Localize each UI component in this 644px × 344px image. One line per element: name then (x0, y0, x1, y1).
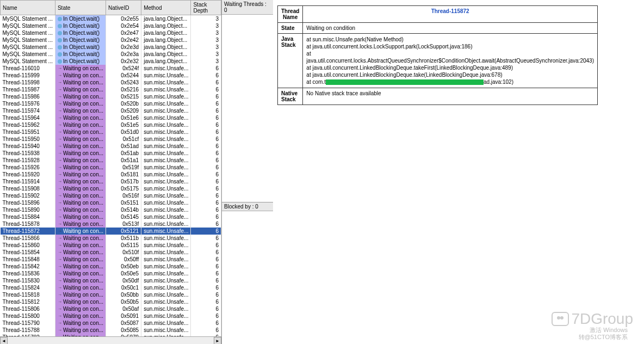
detail-java-stack-value: at sun.misc.Unsafe.park(Native Method)at… (303, 34, 598, 88)
condition-icon: → (58, 220, 62, 228)
scroll-right-button[interactable]: ► (214, 337, 221, 344)
table-row[interactable]: Thread-115848→Waiting on con...0x50ffsun… (1, 256, 221, 263)
horizontal-scrollbar[interactable]: ◄ ► (0, 336, 221, 344)
table-row[interactable]: Thread-115987→Waiting on con...0x5216sun… (1, 86, 221, 93)
cell-depth: 6 (191, 312, 221, 320)
table-row[interactable]: Thread-115964→Waiting on con...0x51e6sun… (1, 114, 221, 121)
cell-state: →Waiting on con... (55, 298, 106, 305)
wechat-icon (552, 312, 569, 326)
wait-icon (58, 24, 62, 28)
cell-name: MySQL Statement ... (1, 44, 55, 51)
table-row[interactable]: MySQL Statement ...In Object.wait()0x2e3… (1, 58, 221, 65)
condition-icon: → (58, 263, 62, 270)
table-row[interactable]: Thread-115818→Waiting on con...0x50bbsun… (1, 291, 221, 298)
table-row[interactable]: Thread-115878→Waiting on con...0x513fsun… (1, 220, 221, 228)
table-row[interactable]: Thread-115872→Waiting on con...0x5121sun… (1, 228, 221, 235)
cell-depth: 3 (191, 29, 221, 36)
col-header-name[interactable]: Name (1, 1, 55, 15)
table-row[interactable]: Thread-115830→Waiting on con...0x50dfsun… (1, 277, 221, 284)
table-row[interactable]: MySQL Statement ...In Object.wait()0x2e3… (1, 44, 221, 51)
cell-name: Thread-115974 (1, 107, 55, 114)
col-header-state[interactable]: State (55, 1, 106, 15)
cell-nativeid: 0x2e32 (106, 58, 141, 65)
cell-nativeid: 0x51ad (106, 143, 141, 150)
col-header-depth[interactable]: Stack Depth (191, 1, 221, 15)
table-row[interactable]: Thread-115800→Waiting on con...0x5091sun… (1, 312, 221, 320)
table-row[interactable]: Thread-115788→Waiting on con...0x5085sun… (1, 327, 221, 334)
thread-table[interactable]: Name State NativeID Method Stack Depth M… (0, 0, 221, 336)
cell-method: sun.misc.Unsafe... (141, 114, 191, 121)
table-row[interactable]: Thread-115976→Waiting on con...0x520bsun… (1, 100, 221, 107)
table-row[interactable]: Thread-115920→Waiting on con...0x5181sun… (1, 171, 221, 178)
cell-name: Thread-115914 (1, 178, 55, 185)
cell-nativeid: 0x519f (106, 164, 141, 171)
table-row[interactable]: Thread-115986→Waiting on con...0x5215sun… (1, 93, 221, 100)
stack-line: at sun.misc.Unsafe.park(Native Method) (306, 36, 594, 43)
cell-state: →Waiting on con... (55, 150, 106, 157)
cell-method: java.lang.Object... (141, 36, 191, 44)
cell-name: Thread-115848 (1, 256, 55, 263)
table-row[interactable]: Thread-115902→Waiting on con...0x516fsun… (1, 192, 221, 199)
cell-nativeid: 0x5216 (106, 86, 141, 93)
cell-nativeid: 0x50ff (106, 256, 141, 263)
table-row[interactable]: Thread-115866→Waiting on con...0x511bsun… (1, 235, 221, 242)
condition-icon: → (58, 178, 62, 185)
table-row[interactable]: MySQL Statement ...In Object.wait()0x2e3… (1, 51, 221, 58)
table-row[interactable]: Thread-115914→Waiting on con...0x517bsun… (1, 178, 221, 185)
cell-name: Thread-115902 (1, 192, 55, 199)
condition-icon: → (58, 150, 62, 157)
table-row[interactable]: Thread-115812→Waiting on con...0x50b5sun… (1, 298, 221, 305)
table-row[interactable]: Thread-115836→Waiting on con...0x50e5sun… (1, 270, 221, 277)
table-row[interactable]: MySQL Statement ...In Object.wait()0x2e5… (1, 22, 221, 29)
table-row[interactable]: Thread-115890→Waiting on con...0x514bsun… (1, 206, 221, 213)
cell-name: Thread-115928 (1, 157, 55, 164)
detail-thread-name-value: Thread-115872 (303, 6, 598, 23)
cell-state: →Waiting on con... (55, 235, 106, 242)
table-row[interactable]: Thread-116010→Waiting on con...0x524fsun… (1, 65, 221, 72)
table-row[interactable]: Thread-115824→Waiting on con...0x50c1sun… (1, 284, 221, 291)
table-row[interactable]: Thread-115962→Waiting on con...0x51e5sun… (1, 121, 221, 128)
table-row[interactable]: Thread-115896→Waiting on con...0x5151sun… (1, 199, 221, 206)
detail-java-stack-label: Java Stack (278, 34, 303, 88)
table-row[interactable]: Thread-115974→Waiting on con...0x5209sun… (1, 107, 221, 114)
cell-depth: 6 (191, 185, 221, 192)
cell-method: sun.misc.Unsafe... (141, 65, 191, 72)
table-row[interactable]: MySQL Statement ...In Object.wait()0x2e5… (1, 15, 221, 23)
cell-nativeid: 0x50df (106, 277, 141, 284)
table-row[interactable]: Thread-115926→Waiting on con...0x519fsun… (1, 164, 221, 171)
cell-nativeid: 0x5209 (106, 107, 141, 114)
cell-nativeid: 0x2e3d (106, 44, 141, 51)
table-row[interactable]: Thread-115999→Waiting on con...0x5244sun… (1, 72, 221, 79)
redacted-bar (326, 79, 484, 85)
table-row[interactable]: Thread-115854→Waiting on con...0x510fsun… (1, 249, 221, 256)
table-row[interactable]: Thread-115842→Waiting on con...0x50ebsun… (1, 263, 221, 270)
table-row[interactable]: Thread-115951→Waiting on con...0x51d0sun… (1, 128, 221, 136)
table-row[interactable]: Thread-115860→Waiting on con...0x5115sun… (1, 242, 221, 249)
condition-icon: → (58, 256, 62, 263)
cell-name: Thread-115860 (1, 242, 55, 249)
cell-depth: 6 (191, 213, 221, 220)
cell-depth: 6 (191, 242, 221, 249)
table-row[interactable]: Thread-115938→Waiting on con...0x51absun… (1, 150, 221, 157)
condition-icon: → (58, 136, 62, 143)
condition-icon: → (58, 291, 62, 298)
table-row[interactable]: MySQL Statement ...In Object.wait()0x2e4… (1, 36, 221, 44)
cell-name: MySQL Statement ... (1, 51, 55, 58)
table-row[interactable]: Thread-115790→Waiting on con...0x5087sun… (1, 320, 221, 327)
waiting-threads-panel: Waiting Threads : 0 (222, 0, 273, 202)
col-header-nativeid[interactable]: NativeID (106, 1, 141, 15)
table-row[interactable]: Thread-115806→Waiting on con...0x50afsun… (1, 305, 221, 312)
table-row[interactable]: Thread-115998→Waiting on con...0x5243sun… (1, 79, 221, 86)
cell-state: In Object.wait() (55, 36, 106, 44)
table-row[interactable]: Thread-115908→Waiting on con...0x5175sun… (1, 185, 221, 192)
scroll-left-button[interactable]: ◄ (0, 337, 8, 344)
table-row[interactable]: Thread-115884→Waiting on con...0x5145sun… (1, 213, 221, 220)
cell-depth: 3 (191, 51, 221, 58)
table-row[interactable]: MySQL Statement ...In Object.wait()0x2e4… (1, 29, 221, 36)
condition-icon: → (58, 249, 62, 256)
table-row[interactable]: Thread-115950→Waiting on con...0x51cfsun… (1, 136, 221, 143)
table-row[interactable]: Thread-115928→Waiting on con...0x51a1sun… (1, 157, 221, 164)
cell-method: java.lang.Object... (141, 51, 191, 58)
table-row[interactable]: Thread-115940→Waiting on con...0x51adsun… (1, 143, 221, 150)
col-header-method[interactable]: Method (141, 1, 191, 15)
